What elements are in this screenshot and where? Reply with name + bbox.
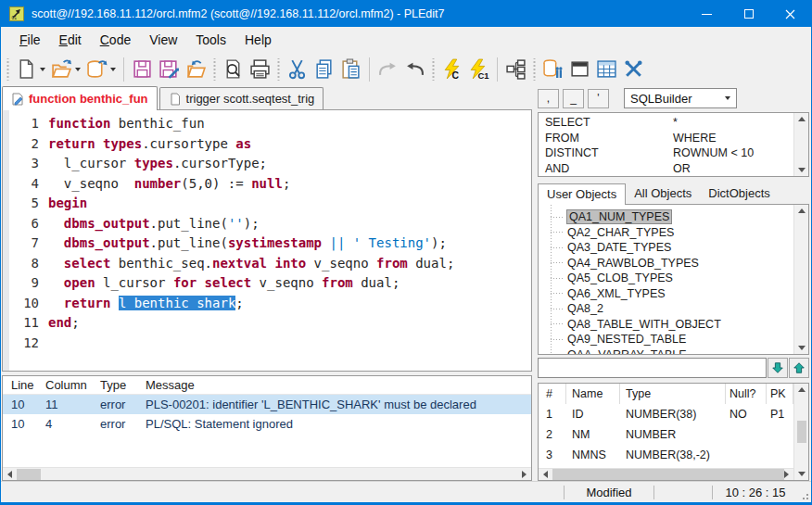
open-database-button[interactable] (83, 56, 119, 83)
editor-tab-2[interactable]: trigger scott.seqtest_trig (159, 87, 324, 109)
search-up-button[interactable] (789, 358, 809, 378)
code-line[interactable]: 10 return l_benthic_shark; (9, 294, 531, 314)
hscroll-thumb[interactable] (17, 469, 41, 480)
tab-user-objects[interactable]: User Objects (538, 183, 626, 205)
window-layout-button[interactable] (566, 56, 593, 83)
minimize-button[interactable] (686, 1, 728, 27)
error-row[interactable]: 1011errorPLS-00201: identifier 'L_BENTHI… (3, 395, 531, 414)
columns-cell: NM (566, 428, 620, 441)
tree-item[interactable]: QAA_VARRAY_TABLE (539, 347, 793, 356)
scroll-down-icon[interactable] (798, 168, 806, 172)
code-line[interactable]: 2return types.cursortype as (9, 134, 531, 155)
options-button[interactable] (620, 56, 647, 83)
error-list-hscrollbar[interactable] (3, 467, 531, 480)
columns-hscrollbar[interactable] (539, 468, 793, 480)
sqlbuilder-combobox[interactable]: SQLBuilder (624, 88, 737, 108)
close-button[interactable] (769, 1, 811, 27)
scroll-left-icon[interactable] (7, 471, 12, 478)
scroll-up-icon[interactable] (798, 117, 806, 121)
chevron-down-icon[interactable] (110, 68, 116, 71)
save-as-button[interactable] (156, 56, 183, 83)
scroll-right-icon[interactable] (784, 471, 789, 478)
editor-tab-1[interactable]: function benthic_fun (2, 86, 158, 110)
revert-file-button[interactable] (183, 56, 209, 83)
compile-button[interactable]: C (438, 56, 465, 83)
error-cell: PLS-00201: identifier 'L_BENTHIC_SHARK' … (146, 398, 531, 411)
menu-item-file[interactable]: File (10, 29, 50, 51)
tree-item[interactable]: QA3_DATE_TYPES (539, 240, 793, 256)
compile-with-debug-button[interactable]: C1 (465, 56, 492, 83)
undo-button[interactable] (401, 56, 428, 83)
code-line[interactable]: 8 select benthic_seq.nextval into v_seqn… (9, 254, 531, 274)
error-row[interactable]: 104errorPL/SQL: Statement ignored (3, 414, 531, 434)
sql-list-vscrollbar[interactable] (793, 113, 808, 176)
vscroll-thumb[interactable] (797, 421, 806, 443)
tree-item[interactable]: QA9_NESTED_TABLE (539, 332, 793, 347)
tab-all-objects[interactable]: All Objects (626, 183, 700, 204)
scroll-right-icon[interactable] (522, 471, 527, 478)
data-grid-button[interactable] (593, 56, 620, 83)
tree-item[interactable]: QA2_CHAR_TYPES (539, 225, 793, 241)
hscroll-thumb[interactable] (552, 469, 784, 480)
columns-row[interactable]: 2NMNUMBER (539, 424, 793, 445)
code-editor[interactable]: 1function benthic_fun2return types.curso… (2, 109, 532, 372)
save-button[interactable] (129, 56, 156, 83)
code-structure-button[interactable] (502, 56, 529, 83)
object-search-input[interactable] (538, 358, 767, 378)
code-line[interactable]: 1function benthic_fun (9, 114, 531, 134)
quick-insert-button-1[interactable]: , (538, 89, 559, 108)
print-button[interactable] (247, 56, 273, 83)
tab-dictobjects[interactable]: DictObjects (700, 183, 778, 204)
tree-item[interactable]: QA8_TABLE_WITH_OBJECT (539, 317, 793, 333)
sql-keyword-row[interactable]: SELECT* (539, 115, 808, 131)
tree-item[interactable]: QA6_XML_TYPES (539, 286, 793, 302)
sql-keyword-row[interactable]: ANDOR (539, 161, 808, 177)
quick-insert-button-3[interactable]: ' (588, 89, 609, 108)
scroll-left-icon[interactable] (543, 471, 548, 478)
menu-item-view[interactable]: View (140, 29, 186, 51)
chevron-down-icon[interactable] (40, 68, 45, 71)
code-line[interactable]: 12 (9, 334, 531, 354)
print-preview-button[interactable] (220, 56, 247, 83)
tree-item[interactable]: QA1_NUM_TYPES (539, 209, 793, 225)
menu-item-edit[interactable]: Edit (50, 29, 91, 51)
tree-item[interactable]: QA8_2 (539, 301, 793, 317)
menu-item-help[interactable]: Help (235, 29, 281, 51)
columns-row[interactable]: 1IDNUMBER(38)NOP1 (539, 404, 793, 424)
menu-item-tools[interactable]: Tools (186, 29, 235, 51)
code-line[interactable]: 6 dbms_output.put_line(''); (9, 214, 531, 234)
new-file-button[interactable] (13, 56, 48, 83)
code-line[interactable]: 5begin (9, 194, 531, 214)
code-line[interactable]: 7 dbms_output.put_line(systimestamp || '… (9, 234, 531, 254)
scroll-up-icon[interactable] (798, 208, 806, 213)
scroll-up-icon[interactable] (798, 387, 806, 392)
code-line[interactable]: 3 l_cursor types.cursorType; (9, 154, 531, 174)
code-text: function benthic_fun (48, 114, 205, 134)
columns-header: Type (620, 384, 726, 404)
scroll-down-icon[interactable] (798, 346, 806, 350)
search-down-button[interactable] (768, 358, 788, 378)
paste-button[interactable] (337, 56, 364, 83)
sql-keyword-row[interactable]: DISTINCTROWNUM < 10 (539, 145, 808, 161)
maximize-button[interactable] (728, 1, 769, 27)
resize-grip[interactable] (798, 489, 809, 500)
columns-vscrollbar[interactable] (793, 384, 808, 480)
code-line[interactable]: 4 v_seqno number(5,0) := null; (9, 174, 531, 195)
chevron-down-icon[interactable] (75, 68, 81, 71)
code-token: return (48, 136, 95, 151)
db-tools-button[interactable] (539, 56, 566, 83)
sql-keyword-row[interactable]: FROMWHERE (539, 131, 808, 146)
tree-item[interactable]: QA5_CLOB_TYPES (539, 271, 793, 286)
toolbar-grip (6, 58, 10, 81)
quick-insert-button-2[interactable]: _ (563, 89, 584, 108)
code-line[interactable]: 9 open l_cursor for select v_seqno from … (9, 273, 531, 294)
scroll-down-icon[interactable] (798, 472, 806, 476)
menu-item-code[interactable]: Code (91, 29, 140, 51)
tree-item[interactable]: QA4_RAWBLOB_TYPES (539, 256, 793, 271)
columns-row[interactable]: 3NMNSNUMBER(38,-2) (539, 445, 793, 465)
tree-vscrollbar[interactable] (793, 205, 808, 354)
code-line[interactable]: 11end; (9, 313, 531, 334)
open-file-button[interactable] (48, 56, 83, 83)
copy-button[interactable] (311, 56, 337, 83)
cut-button[interactable] (284, 56, 311, 83)
